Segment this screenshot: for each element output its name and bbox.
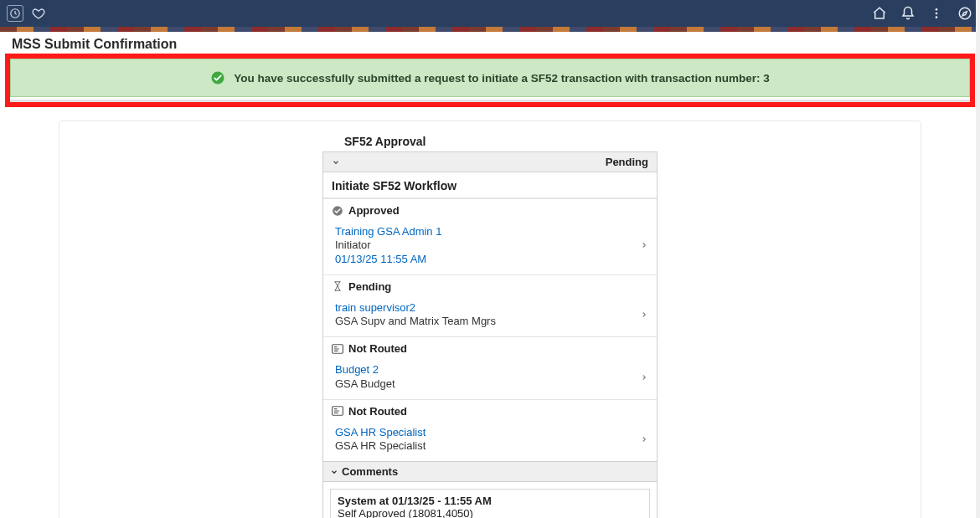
step-row[interactable]: Training GSA Admin 1 Initiator 01/13/25 … xyxy=(323,222,657,274)
approval-panel: Pending Initiate SF52 Workflow Approved … xyxy=(322,151,658,518)
collapse-toggle-icon[interactable] xyxy=(332,158,340,167)
svg-point-2 xyxy=(936,13,938,15)
navigator-icon[interactable] xyxy=(957,5,973,22)
step-row[interactable]: Budget 2 GSA Budget xyxy=(323,360,657,399)
checkmark-icon xyxy=(210,70,225,85)
top-nav-bar xyxy=(0,0,980,27)
step-header-not-routed: Not Routed xyxy=(323,399,657,423)
chevron-right-icon[interactable] xyxy=(640,309,648,321)
chevron-right-icon[interactable] xyxy=(640,433,648,445)
approved-status-icon xyxy=(332,205,343,217)
not-routed-status-icon xyxy=(332,406,343,416)
approval-header-status: Pending xyxy=(606,156,648,168)
approval-panel-header: Pending xyxy=(323,152,657,172)
notifications-icon[interactable] xyxy=(900,5,916,22)
step-role: GSA HR Specialist xyxy=(335,439,426,453)
favorite-icon[interactable] xyxy=(30,5,47,22)
comments-header-label: Comments xyxy=(342,465,398,478)
comment-line-1: System at 01/13/25 - 11:55 AM xyxy=(338,495,642,507)
content-card: SF52 Approval Pending Initiate SF52 Work… xyxy=(59,121,921,518)
step-actor-link[interactable]: Budget 2 xyxy=(335,363,395,377)
not-routed-status-icon xyxy=(332,344,343,354)
step-header-pending: Pending xyxy=(323,274,657,298)
step-actor-link[interactable]: GSA HR Specialist xyxy=(335,426,426,439)
step-timestamp: 01/13/25 11:55 AM xyxy=(335,253,441,266)
comment-line-2: Self Approved (18081,4050) xyxy=(338,507,642,518)
svg-point-3 xyxy=(936,16,938,18)
svg-point-4 xyxy=(959,8,971,19)
step-row[interactable]: GSA HR Specialist GSA HR Specialist xyxy=(323,423,657,462)
step-actor-link[interactable]: Training GSA Admin 1 xyxy=(335,225,441,238)
chevron-right-icon[interactable] xyxy=(640,239,648,251)
success-banner: You have successfully submitted a reques… xyxy=(10,59,970,97)
step-status-label: Not Routed xyxy=(348,405,407,418)
actions-menu-icon[interactable] xyxy=(928,5,945,22)
step-status-label: Approved xyxy=(348,204,400,217)
chevron-right-icon[interactable] xyxy=(640,372,648,383)
divider-line xyxy=(10,100,970,102)
step-role: Initiator xyxy=(335,238,441,252)
pending-status-icon xyxy=(332,280,343,292)
step-header-approved: Approved xyxy=(323,198,657,222)
comments-header[interactable]: Comments xyxy=(323,461,657,482)
step-status-label: Not Routed xyxy=(348,342,407,355)
page-title: MSS Submit Confirmation xyxy=(0,32,980,54)
step-actor-link[interactable]: train supervisor2 xyxy=(335,301,496,315)
success-banner-highlight: You have successfully submitted a reques… xyxy=(5,54,975,107)
step-row[interactable]: train supervisor2 GSA Supv and Matrix Te… xyxy=(323,298,657,337)
approval-title: SF52 Approval xyxy=(344,135,902,148)
comments-body: System at 01/13/25 - 11:55 AM Self Appro… xyxy=(330,489,650,518)
step-role: GSA Supv and Matrix Team Mgrs xyxy=(335,315,496,328)
success-message: You have successfully submitted a reques… xyxy=(234,72,770,85)
home-icon[interactable] xyxy=(871,5,888,22)
step-role: GSA Budget xyxy=(335,377,395,391)
step-header-not-routed: Not Routed xyxy=(323,336,657,360)
vertical-scrollbar[interactable] xyxy=(976,0,980,518)
step-status-label: Pending xyxy=(348,280,391,293)
svg-point-1 xyxy=(936,8,938,11)
recent-icon[interactable] xyxy=(7,5,23,22)
workflow-title: Initiate SF52 Workflow xyxy=(323,172,657,198)
chevron-down-icon xyxy=(330,468,338,476)
